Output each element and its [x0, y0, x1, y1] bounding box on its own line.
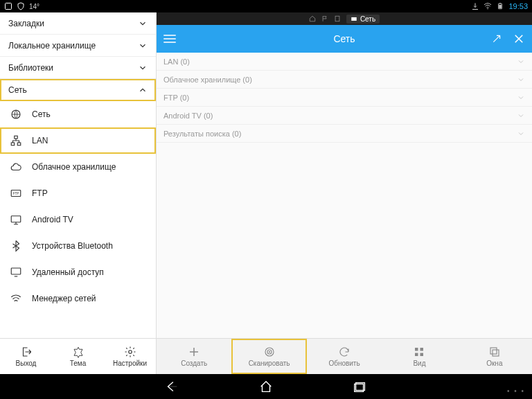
breadcrumb-label: Сеть	[360, 15, 375, 23]
breadcrumb-bar: Сеть	[157, 12, 532, 25]
sidebar-section-local[interactable]: Локальное хранилище	[0, 35, 156, 57]
chevron-down-icon	[138, 19, 148, 28]
sidebar-item-lan[interactable]: LAN	[0, 127, 156, 154]
sidebar-item-label: Менеджер сетей	[32, 294, 96, 303]
svg-point-18	[268, 351, 269, 353]
sidebar-item-remote[interactable]: Удаленный доступ	[0, 259, 156, 285]
nav-recent-icon[interactable]	[351, 379, 369, 394]
plus-icon	[188, 346, 200, 358]
toolbar-label: Сканировать	[249, 360, 290, 367]
expand-icon[interactable]	[492, 34, 502, 44]
shield-icon	[17, 2, 25, 10]
home-icon[interactable]	[309, 15, 316, 22]
sidebar-bottom-label: Тема	[70, 360, 87, 367]
sidebar-section-label: Сеть	[8, 85, 27, 95]
app-indicator-icon	[4, 2, 12, 10]
toolbar-label: Вид	[413, 360, 425, 367]
sidebar-item-label: FTP	[32, 188, 48, 198]
cloud-icon	[10, 161, 22, 173]
folder-icon	[351, 15, 357, 22]
svg-rect-24	[493, 350, 499, 356]
sidebar-settings-button[interactable]: Настройки	[104, 339, 156, 374]
sidebar-section-bookmarks[interactable]: Закладки	[0, 12, 156, 35]
chevron-down-icon	[517, 112, 525, 120]
sidebar-item-label: Удаленный доступ	[32, 267, 104, 277]
toolbar-label: Обновить	[328, 360, 360, 367]
list-row-ftp[interactable]: FTP (0)	[157, 89, 532, 107]
title-bar: Сеть	[157, 25, 532, 53]
svg-rect-12	[11, 268, 21, 274]
android-nav-bar: • • •	[0, 374, 532, 399]
svg-rect-15	[351, 17, 357, 21]
svg-rect-4	[499, 3, 502, 3]
monitor-icon	[10, 266, 22, 278]
toolbar-view-button[interactable]: Вид	[382, 339, 456, 374]
nav-more-icon[interactable]: • • •	[507, 387, 525, 395]
sidebar-section-label: Локальное хранилище	[8, 41, 96, 51]
bottom-toolbar: Создать Сканировать Обновить Вид Окна	[157, 338, 532, 374]
sidebar-item-bluetooth[interactable]: Устройства Bluetooth	[0, 233, 156, 259]
nav-home-icon[interactable]	[257, 379, 275, 394]
sd-icon[interactable]	[334, 15, 341, 22]
sidebar-section-label: Закладки	[8, 19, 44, 28]
svg-rect-3	[499, 5, 502, 8]
gear-icon	[124, 346, 136, 358]
sidebar-item-netmgr[interactable]: Менеджер сетей	[0, 285, 156, 312]
menu-icon[interactable]	[163, 35, 176, 43]
bluetooth-icon	[10, 240, 22, 252]
chevron-down-icon	[517, 76, 525, 84]
chevron-up-icon	[138, 85, 148, 95]
list-row-search[interactable]: Результаты поиска (0)	[157, 125, 532, 143]
close-icon[interactable]	[513, 33, 525, 45]
list-row-androidtv[interactable]: Android TV (0)	[157, 107, 532, 125]
sidebar-section-network[interactable]: Сеть	[0, 79, 156, 101]
svg-rect-22	[420, 353, 424, 357]
svg-text:FTP: FTP	[13, 192, 19, 195]
theme-icon	[72, 346, 85, 358]
toolbar-scan-button[interactable]: Сканировать	[231, 339, 306, 374]
sidebar-section-libraries[interactable]: Библиотеки	[0, 57, 156, 79]
list-row-lan[interactable]: LAN (0)	[157, 53, 532, 71]
chevron-down-icon	[517, 57, 525, 66]
download-queue-icon	[471, 2, 479, 10]
nav-back-icon[interactable]	[163, 379, 181, 394]
svg-rect-0	[6, 3, 12, 10]
battery-icon	[496, 2, 504, 10]
toolbar-create-button[interactable]: Создать	[157, 339, 231, 374]
sidebar-item-cloud[interactable]: Облачное хранилище	[0, 154, 156, 180]
lan-icon	[10, 134, 22, 147]
sidebar-bottom-label: Выход	[16, 360, 37, 367]
list-row-label: Облачное хранилище (0)	[163, 76, 252, 84]
sidebar-item-androidtv[interactable]: Android TV	[0, 206, 156, 233]
status-clock: 19:53	[508, 2, 528, 10]
chevron-down-icon	[138, 63, 148, 73]
tv-icon	[10, 213, 22, 226]
list-row-cloud[interactable]: Облачное хранилище (0)	[157, 71, 532, 89]
sidebar-item-label: Android TV	[32, 215, 73, 224]
flag-icon[interactable]	[321, 15, 328, 22]
status-temp: 14°	[29, 3, 39, 10]
grid-icon	[413, 346, 425, 358]
sidebar-item-ftp[interactable]: FTP FTP	[0, 180, 156, 206]
sidebar-item-network[interactable]: Сеть	[0, 101, 156, 127]
sidebar-theme-button[interactable]: Тема	[52, 339, 104, 374]
chevron-down-icon	[517, 130, 525, 138]
sidebar: Закладки Локальное хранилище Библиотеки …	[0, 12, 157, 374]
svg-rect-6	[15, 136, 18, 139]
breadcrumb-current[interactable]: Сеть	[346, 15, 380, 24]
toolbar-windows-button[interactable]: Окна	[457, 339, 532, 374]
sidebar-item-label: LAN	[32, 136, 48, 145]
list-row-label: FTP (0)	[163, 94, 189, 102]
sidebar-section-label: Библиотеки	[8, 63, 53, 73]
sidebar-item-label: Устройства Bluetooth	[32, 241, 113, 251]
svg-rect-21	[415, 353, 418, 357]
sidebar-exit-button[interactable]: Выход	[0, 339, 52, 374]
wifi-settings-icon	[10, 292, 22, 305]
sidebar-bottom-label: Настройки	[113, 360, 147, 367]
toolbar-label: Окна	[486, 360, 502, 367]
toolbar-refresh-button[interactable]: Обновить	[307, 339, 382, 374]
sidebar-item-label: Облачное хранилище	[32, 162, 116, 172]
wifi-icon	[484, 2, 492, 10]
toolbar-label: Создать	[181, 360, 207, 367]
network-list: LAN (0) Облачное хранилище (0) FTP (0) A…	[157, 53, 532, 338]
